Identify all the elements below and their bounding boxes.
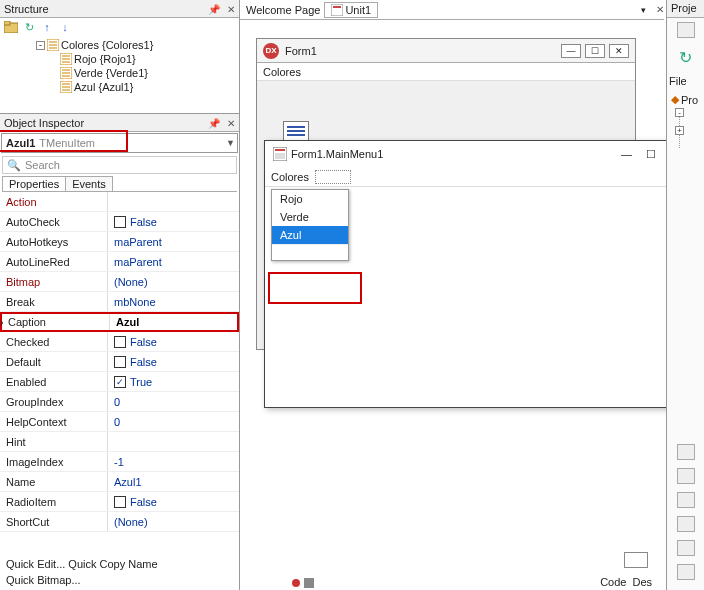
close-icon[interactable]: ✕ xyxy=(227,118,235,129)
menu-item-azul[interactable]: Azul xyxy=(272,226,348,244)
property-value[interactable] xyxy=(108,192,239,211)
minimize-button[interactable]: — xyxy=(561,44,581,58)
property-value[interactable]: Azul xyxy=(110,314,237,330)
property-row-action[interactable]: Action xyxy=(0,192,239,212)
property-value[interactable]: False xyxy=(108,492,239,511)
tab-code[interactable]: Code xyxy=(600,576,626,588)
unit-icon xyxy=(331,4,343,16)
property-value[interactable]: 0 xyxy=(108,412,239,431)
property-row-break[interactable]: BreakmbNone xyxy=(0,292,239,312)
menu-editor-window: Form1.MainMenu1 — ☐ ✕ Colores Rojo Verde… xyxy=(264,140,688,408)
property-value[interactable]: Azul1 xyxy=(108,472,239,491)
maximize-button[interactable]: ☐ xyxy=(585,44,605,58)
property-row-autocheck[interactable]: AutoCheckFalse xyxy=(0,212,239,232)
property-row-hint[interactable]: Hint xyxy=(0,432,239,452)
checkbox-icon[interactable] xyxy=(114,216,126,228)
tab-design[interactable]: Des xyxy=(632,576,652,588)
property-value[interactable]: False xyxy=(108,352,239,371)
property-row-checked[interactable]: CheckedFalse xyxy=(0,332,239,352)
property-row-enabled[interactable]: EnabledTrue xyxy=(0,372,239,392)
close-icon[interactable]: ✕ xyxy=(656,4,664,15)
tab-events[interactable]: Events xyxy=(65,176,113,191)
property-name: Action xyxy=(0,192,108,211)
checkbox-icon[interactable] xyxy=(114,496,126,508)
menu-item-rojo[interactable]: Rojo xyxy=(272,190,348,208)
dock-icon[interactable] xyxy=(677,564,695,580)
property-value[interactable]: mbNone xyxy=(108,292,239,311)
property-row-radioitem[interactable]: RadioItemFalse xyxy=(0,492,239,512)
folder-icon[interactable] xyxy=(4,20,18,34)
menu-dropdown: Rojo Verde Azul xyxy=(271,189,349,261)
expand-toggle-icon[interactable]: - xyxy=(675,108,684,117)
property-row-autolinered[interactable]: AutoLineRedmaParent xyxy=(0,252,239,272)
dock-icon[interactable] xyxy=(677,444,695,460)
tree-item-rojo[interactable]: Rojo {Rojo1} xyxy=(4,52,235,66)
tab-welcome[interactable]: Welcome Page xyxy=(246,4,320,16)
search-input[interactable]: 🔍 Search xyxy=(2,156,237,174)
menubar-item-colores[interactable]: Colores xyxy=(271,171,309,183)
maximize-button[interactable]: ☐ xyxy=(646,148,656,161)
checkbox-icon[interactable] xyxy=(114,336,126,348)
refresh-icon[interactable]: ↻ xyxy=(679,48,692,67)
dock-icon[interactable] xyxy=(677,492,695,508)
project-node[interactable]: ◆ Pro xyxy=(667,91,704,108)
property-value[interactable] xyxy=(108,432,239,451)
close-icon[interactable]: ✕ xyxy=(227,4,235,15)
property-value[interactable]: 0 xyxy=(108,392,239,411)
object-selector-combo[interactable]: Azul1 TMenuItem ▼ xyxy=(1,133,238,153)
stop-icon[interactable] xyxy=(304,578,314,588)
search-icon: 🔍 xyxy=(7,159,21,172)
inspector-tabs: Properties Events xyxy=(2,176,237,192)
quick-bitmap-link[interactable]: Quick Bitmap... xyxy=(0,574,239,590)
menu-editor-titlebar[interactable]: Form1.MainMenu1 — ☐ ✕ xyxy=(265,141,687,167)
checkbox-icon[interactable] xyxy=(114,356,126,368)
property-value[interactable]: -1 xyxy=(108,452,239,471)
minimize-button[interactable]: — xyxy=(621,148,632,161)
property-row-autohotkeys[interactable]: AutoHotkeysmaParent xyxy=(0,232,239,252)
dock-icon[interactable] xyxy=(677,468,695,484)
project-toolbar-icon[interactable] xyxy=(677,22,695,38)
property-value[interactable]: maParent xyxy=(108,252,239,271)
property-row-imageindex[interactable]: ImageIndex-1 xyxy=(0,452,239,472)
checkbox-icon[interactable] xyxy=(114,376,126,388)
diamond-icon: ◆ xyxy=(671,93,679,106)
close-button[interactable]: ✕ xyxy=(609,44,629,58)
menu-item-new-placeholder[interactable] xyxy=(272,244,348,260)
menu-colores[interactable]: Colores xyxy=(263,66,301,78)
record-icon[interactable] xyxy=(292,579,300,587)
tree-item-label: Colores {Colores1} xyxy=(61,39,153,51)
property-row-caption[interactable]: ›CaptionAzul xyxy=(0,312,239,332)
chevron-down-icon[interactable]: ▾ xyxy=(641,5,646,15)
quick-links[interactable]: Quick Edit... Quick Copy Name xyxy=(0,554,239,574)
tree-item-label: Azul {Azul1} xyxy=(74,81,133,93)
property-row-helpcontext[interactable]: HelpContext0 xyxy=(0,412,239,432)
property-row-default[interactable]: DefaultFalse xyxy=(0,352,239,372)
dock-icon[interactable] xyxy=(677,540,695,556)
tree-item-verde[interactable]: Verde {Verde1} xyxy=(4,66,235,80)
property-row-shortcut[interactable]: ShortCut(None) xyxy=(0,512,239,532)
menubar-new-placeholder[interactable] xyxy=(315,170,351,184)
property-row-bitmap[interactable]: Bitmap(None) xyxy=(0,272,239,292)
property-value[interactable]: False xyxy=(108,212,239,231)
property-value[interactable]: False xyxy=(108,332,239,351)
tab-properties[interactable]: Properties xyxy=(2,176,66,191)
expand-toggle-icon[interactable]: - xyxy=(36,41,45,50)
refresh-icon[interactable]: ↻ xyxy=(22,20,36,34)
tree-item-colores[interactable]: - Colores {Colores1} xyxy=(4,38,235,52)
arrow-down-icon[interactable]: ↓ xyxy=(58,20,72,34)
pin-icon[interactable]: 📌 xyxy=(208,4,220,15)
dock-icon[interactable] xyxy=(677,516,695,532)
pin-icon[interactable]: 📌 xyxy=(208,118,220,129)
property-row-name[interactable]: NameAzul1 xyxy=(0,472,239,492)
expand-toggle-icon[interactable]: + xyxy=(675,126,684,135)
property-value[interactable]: (None) xyxy=(108,272,239,291)
tab-unit1[interactable]: Unit1 xyxy=(324,2,378,18)
property-row-groupindex[interactable]: GroupIndex0 xyxy=(0,392,239,412)
chevron-down-icon[interactable]: ▼ xyxy=(226,138,235,148)
arrow-up-icon[interactable]: ↑ xyxy=(40,20,54,34)
property-value[interactable]: True xyxy=(108,372,239,391)
tree-item-azul[interactable]: Azul {Azul1} xyxy=(4,80,235,94)
property-value[interactable]: maParent xyxy=(108,232,239,251)
property-value[interactable]: (None) xyxy=(108,512,239,531)
menu-item-verde[interactable]: Verde xyxy=(272,208,348,226)
